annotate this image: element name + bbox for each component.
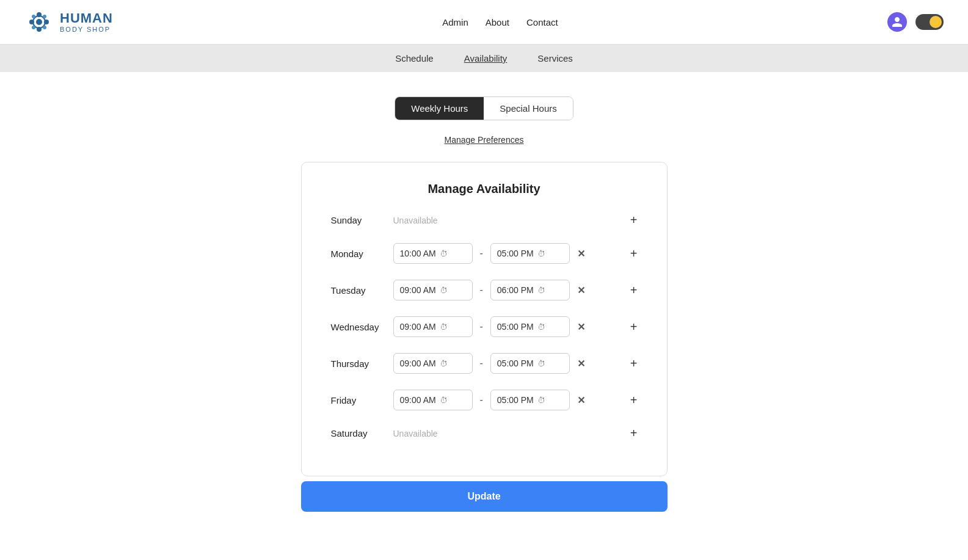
nav-contact[interactable]: Contact: [526, 17, 558, 27]
header: HUMAN BODY SHOP Admin About Contact 🌙: [0, 0, 968, 45]
day-label-saturday: Saturday: [331, 428, 386, 438]
dash: -: [480, 395, 483, 405]
day-label-sunday: Sunday: [331, 215, 386, 225]
add-monday[interactable]: +: [630, 247, 638, 261]
day-row-saturday: Saturday Unavailable +: [331, 426, 638, 440]
toggle-thumb: 🌙: [930, 16, 942, 28]
friday-end-time[interactable]: 05:00 PM ⏱: [490, 390, 570, 410]
nav-admin[interactable]: Admin: [442, 17, 468, 27]
day-row-tuesday: Tuesday 09:00 AM ⏱ - 06:00 PM ⏱ ✕ +: [331, 280, 638, 300]
dash: -: [480, 358, 483, 369]
logo-sub: BODY SHOP: [60, 26, 113, 33]
svg-point-7: [32, 26, 35, 29]
manage-preferences-link[interactable]: Manage Preferences: [445, 135, 524, 145]
dark-mode-toggle[interactable]: 🌙: [915, 14, 944, 30]
wednesday-end-time[interactable]: 05:00 PM ⏱: [490, 316, 570, 337]
clock-icon: ⏱: [537, 396, 545, 405]
sub-nav-availability[interactable]: Availability: [464, 53, 508, 64]
day-row-wednesday: Wednesday 09:00 AM ⏱ - 05:00 PM ⏱ ✕ +: [331, 316, 638, 337]
thursday-end-value: 05:00 PM: [497, 358, 534, 368]
header-nav: Admin About Contact: [442, 17, 558, 27]
card-title: Manage Availability: [331, 182, 638, 196]
dash: -: [480, 285, 483, 296]
clock-icon: ⏱: [537, 249, 545, 258]
remove-friday[interactable]: ✕: [577, 395, 585, 406]
clock-icon: ⏱: [537, 322, 545, 332]
monday-end-time[interactable]: 05:00 PM ⏱: [490, 243, 570, 264]
svg-point-3: [29, 20, 34, 24]
logo-area: HUMAN BODY SHOP: [24, 7, 113, 37]
save-button[interactable]: Update: [301, 481, 668, 512]
dash: -: [480, 248, 483, 259]
user-icon: [891, 16, 903, 28]
friday-end-value: 05:00 PM: [497, 395, 534, 405]
saturday-unavailable: Unavailable: [393, 429, 623, 438]
remove-wednesday[interactable]: ✕: [577, 321, 585, 333]
add-tuesday[interactable]: +: [630, 283, 638, 297]
svg-point-9: [36, 19, 42, 25]
tab-weekly-hours[interactable]: Weekly Hours: [395, 97, 484, 120]
friday-start-time[interactable]: 09:00 AM ⏱: [393, 390, 473, 410]
day-row-friday: Friday 09:00 AM ⏱ - 05:00 PM ⏱ ✕ +: [331, 390, 638, 410]
remove-monday[interactable]: ✕: [577, 248, 585, 260]
sub-nav-schedule[interactable]: Schedule: [395, 53, 434, 64]
sunday-unavailable: Unavailable: [393, 216, 623, 225]
add-saturday[interactable]: +: [630, 426, 638, 440]
user-avatar[interactable]: [887, 12, 907, 32]
add-friday[interactable]: +: [630, 393, 638, 407]
monday-start-value: 10:00 AM: [400, 249, 436, 258]
day-label-tuesday: Tuesday: [331, 285, 386, 296]
tuesday-end-value: 06:00 PM: [497, 285, 534, 295]
svg-point-6: [43, 15, 46, 18]
clock-icon: ⏱: [440, 322, 448, 332]
clock-icon: ⏱: [440, 396, 448, 405]
monday-end-value: 05:00 PM: [497, 249, 534, 258]
add-sunday[interactable]: +: [630, 213, 638, 227]
hours-tab-group: Weekly Hours Special Hours: [395, 96, 573, 120]
tuesday-start-value: 09:00 AM: [400, 285, 436, 295]
day-label-monday: Monday: [331, 249, 386, 259]
day-label-wednesday: Wednesday: [331, 322, 386, 332]
wednesday-start-value: 09:00 AM: [400, 322, 436, 332]
day-row-thursday: Thursday 09:00 AM ⏱ - 05:00 PM ⏱ ✕ +: [331, 353, 638, 374]
main-content: Weekly Hours Special Hours Manage Prefer…: [0, 72, 968, 548]
day-row-monday: Monday 10:00 AM ⏱ - 05:00 PM ⏱ ✕ +: [331, 243, 638, 264]
clock-icon: ⏱: [537, 359, 545, 368]
remove-tuesday[interactable]: ✕: [577, 285, 585, 296]
svg-point-4: [44, 20, 49, 24]
tuesday-end-time[interactable]: 06:00 PM ⏱: [490, 280, 570, 300]
nav-about[interactable]: About: [486, 17, 509, 27]
logo-text: HUMAN BODY SHOP: [60, 11, 113, 33]
wednesday-start-time[interactable]: 09:00 AM ⏱: [393, 316, 473, 337]
tuesday-start-time[interactable]: 09:00 AM ⏱: [393, 280, 473, 300]
day-label-thursday: Thursday: [331, 358, 386, 369]
clock-icon: ⏱: [537, 286, 545, 295]
monday-start-time[interactable]: 10:00 AM ⏱: [393, 243, 473, 264]
sub-nav-services[interactable]: Services: [537, 53, 573, 64]
svg-point-5: [32, 15, 35, 18]
svg-point-1: [37, 12, 42, 17]
thursday-end-time[interactable]: 05:00 PM ⏱: [490, 353, 570, 374]
sub-nav: Schedule Availability Services: [0, 45, 968, 72]
day-row-sunday: Sunday Unavailable +: [331, 213, 638, 227]
wednesday-end-value: 05:00 PM: [497, 322, 534, 332]
tab-special-hours[interactable]: Special Hours: [484, 97, 572, 120]
clock-icon: ⏱: [440, 249, 448, 258]
logo-icon: [24, 7, 54, 37]
add-thursday[interactable]: +: [630, 357, 638, 371]
svg-point-8: [43, 26, 46, 29]
thursday-start-time[interactable]: 09:00 AM ⏱: [393, 353, 473, 374]
clock-icon: ⏱: [440, 359, 448, 368]
remove-thursday[interactable]: ✕: [577, 358, 585, 369]
clock-icon: ⏱: [440, 286, 448, 295]
friday-start-value: 09:00 AM: [400, 395, 436, 405]
availability-card: Manage Availability Sunday Unavailable +…: [301, 162, 668, 476]
svg-point-2: [37, 27, 42, 32]
day-label-friday: Friday: [331, 395, 386, 405]
thursday-start-value: 09:00 AM: [400, 358, 436, 368]
logo-brand: HUMAN: [60, 11, 113, 26]
add-wednesday[interactable]: +: [630, 320, 638, 334]
dash: -: [480, 321, 483, 332]
header-icons: 🌙: [887, 12, 944, 32]
